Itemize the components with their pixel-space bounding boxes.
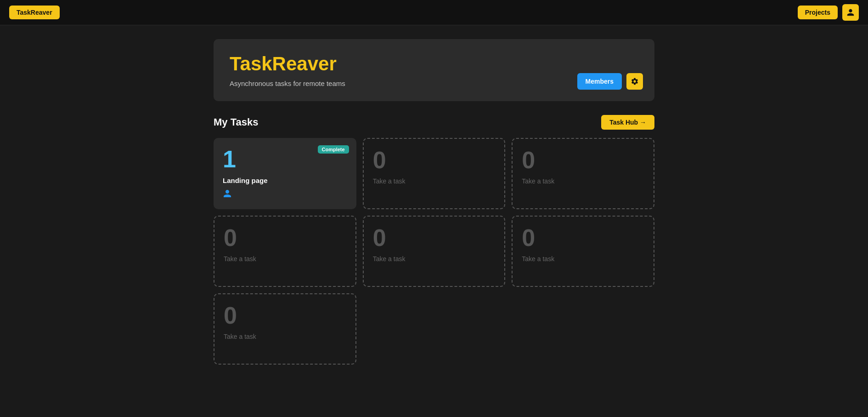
navbar-left: TaskReaver (9, 6, 60, 19)
navbar: TaskReaver Projects (0, 0, 868, 25)
projects-button[interactable]: Projects (798, 6, 838, 19)
project-header-card: TaskReaver Asynchronous tasks for remote… (214, 39, 654, 101)
task-hub-button[interactable]: Task Hub → (601, 115, 654, 130)
task-placeholder-6: Take a task (522, 255, 644, 263)
project-title: TaskReaver (230, 53, 638, 75)
task-placeholder-4: Take a task (224, 255, 346, 263)
members-button[interactable]: Members (577, 73, 622, 90)
task-card-2[interactable]: 0 Take a task (363, 138, 506, 209)
profile-button[interactable] (842, 4, 859, 21)
task-number-2: 0 (373, 148, 496, 172)
navbar-right: Projects (798, 4, 859, 21)
task-placeholder-5: Take a task (373, 255, 496, 263)
gear-icon (631, 77, 639, 86)
logo-button[interactable]: TaskReaver (9, 6, 60, 19)
task-card-7[interactable]: 0 Take a task (214, 293, 356, 365)
task-placeholder-7: Take a task (224, 333, 346, 340)
project-actions: Members (577, 73, 643, 90)
tasks-section: My Tasks Task Hub → Complete 1 Landing p… (214, 115, 654, 365)
main-content: TaskReaver Asynchronous tasks for remote… (204, 25, 664, 378)
task-placeholder-2: Take a task (373, 177, 496, 185)
tasks-section-title: My Tasks (214, 116, 258, 128)
task-card-6[interactable]: 0 Take a task (512, 216, 654, 287)
tasks-grid: Complete 1 Landing page 0 Take a task 0 … (214, 138, 654, 365)
task-avatar-icon (223, 189, 232, 198)
task-number-6: 0 (522, 226, 644, 250)
task-number-4: 0 (224, 226, 346, 250)
task-number-5: 0 (373, 226, 496, 250)
task-number-3: 0 (522, 148, 644, 172)
complete-badge: Complete (318, 145, 349, 154)
settings-button[interactable] (626, 73, 643, 90)
tasks-header: My Tasks Task Hub → (214, 115, 654, 130)
task-card-4[interactable]: 0 Take a task (214, 216, 356, 287)
task-card-3[interactable]: 0 Take a task (512, 138, 654, 209)
task-placeholder-3: Take a task (522, 177, 644, 185)
task-name-1: Landing page (223, 177, 347, 184)
task-card-1[interactable]: Complete 1 Landing page (214, 138, 356, 209)
task-card-5[interactable]: 0 Take a task (363, 216, 506, 287)
person-icon (846, 8, 855, 17)
task-number-7: 0 (224, 303, 346, 327)
